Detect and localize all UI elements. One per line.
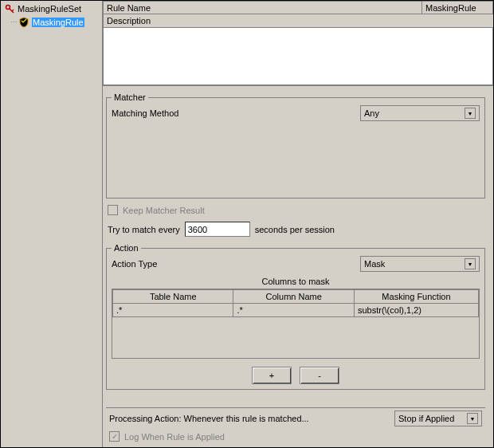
tree-label-child: MaskingRule xyxy=(32,18,84,27)
matching-method-label: Matching Method xyxy=(112,108,263,118)
log-when-applied-checkbox: ✓ Log When Rule is Applied xyxy=(106,429,485,444)
remove-row-button[interactable]: - xyxy=(300,367,339,384)
columns-table: Table Name Column Name Masking Function … xyxy=(112,289,479,317)
shield-icon xyxy=(18,17,29,28)
tree-item-child[interactable]: ⋯ MaskingRule xyxy=(1,16,102,29)
chevron-down-icon: ▼ xyxy=(467,413,478,424)
tree-item-root[interactable]: MaskingRuleSet xyxy=(1,2,102,15)
add-row-button[interactable]: + xyxy=(252,367,292,384)
app-window: MaskingRuleSet ⋯ MaskingRule Rule Name M… xyxy=(0,0,494,448)
cell-table-name[interactable]: .* xyxy=(113,304,233,317)
right-pane: Rule Name MaskingRule Description Matche… xyxy=(103,1,493,447)
matching-method-select[interactable]: Any ▼ xyxy=(360,105,480,121)
action-type-label: Action Type xyxy=(112,259,263,269)
tree-label-root: MaskingRuleSet xyxy=(18,4,81,14)
chevron-down-icon: ▼ xyxy=(465,108,476,119)
match-every-suffix: seconds per session xyxy=(255,225,335,234)
action-fieldset: Action Action Type Mask ▼ Columns to mas… xyxy=(106,243,485,390)
rule-name-value[interactable]: MaskingRule xyxy=(421,1,493,14)
tree-pane: MaskingRuleSet ⋯ MaskingRule xyxy=(1,1,103,447)
matcher-legend: Matcher xyxy=(112,92,148,102)
tree-connector: ⋯ xyxy=(10,18,17,26)
svg-line-2 xyxy=(12,10,14,11)
processing-action-select[interactable]: Stop if Applied ▼ xyxy=(394,411,482,426)
checkbox-box xyxy=(108,205,118,215)
match-every-prefix: Try to match every xyxy=(108,225,180,234)
log-when-applied-label: Log When Rule is Applied xyxy=(124,432,225,442)
cell-masking-function[interactable]: substr(\(col),1,2) xyxy=(354,304,478,317)
description-label: Description xyxy=(103,14,493,28)
svg-point-0 xyxy=(6,6,10,10)
action-type-value: Mask xyxy=(364,259,385,269)
action-type-select[interactable]: Mask ▼ xyxy=(360,256,480,272)
processing-action-row: Processing Action: Whenever this rule is… xyxy=(106,407,485,429)
processing-action-value: Stop if Applied xyxy=(398,414,454,423)
match-every-input[interactable] xyxy=(185,222,250,237)
key-icon xyxy=(4,3,15,14)
row-buttons: + - xyxy=(112,367,480,384)
col-header-func: Masking Function xyxy=(354,290,478,304)
rule-name-label: Rule Name xyxy=(103,1,421,14)
table-row[interactable]: .* .* substr(\(col),1,2) xyxy=(113,304,479,317)
action-legend: Action xyxy=(112,243,141,253)
keep-matcher-result-checkbox: Keep Matcher Result xyxy=(108,205,485,215)
columns-title: Columns to mask xyxy=(112,277,480,286)
processing-action-label: Processing Action: Whenever this rule is… xyxy=(109,414,309,423)
matching-method-value: Any xyxy=(364,108,379,118)
cell-column-name[interactable]: .* xyxy=(233,304,354,317)
col-header-table: Table Name xyxy=(113,290,233,304)
form-body: Matcher Matching Method Any ▼ Keep Match… xyxy=(103,86,493,447)
col-header-column: Column Name xyxy=(233,290,354,304)
match-every-row: Try to match every seconds per session xyxy=(108,222,485,237)
checkbox-box: ✓ xyxy=(109,431,120,442)
columns-table-wrap: Table Name Column Name Masking Function … xyxy=(112,289,480,359)
keep-matcher-result-label: Keep Matcher Result xyxy=(123,206,205,215)
matcher-fieldset: Matcher Matching Method Any ▼ xyxy=(106,92,485,198)
table-header-row: Table Name Column Name Masking Function xyxy=(113,290,479,304)
chevron-down-icon: ▼ xyxy=(465,258,476,269)
description-input[interactable] xyxy=(103,28,493,85)
header-grid: Rule Name MaskingRule Description xyxy=(103,1,493,86)
